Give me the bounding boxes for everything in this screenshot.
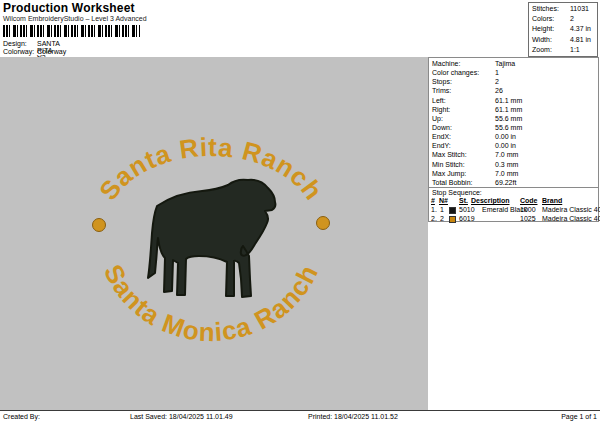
machine-label: Max Jump:: [432, 169, 466, 178]
machine-row: Trims:26: [429, 86, 598, 95]
footer-divider: [0, 410, 600, 411]
stat-colors: Colors: 2: [529, 14, 597, 24]
seq-row1-num: 1.: [431, 206, 437, 213]
machine-value: 0.3 mm: [495, 160, 518, 169]
stop-sequence-title: Stop Sequence:: [432, 189, 482, 196]
machine-label: Min Stitch:: [432, 160, 465, 169]
machine-label: Down:: [432, 123, 452, 132]
stat-value: 4.37 in: [570, 24, 591, 34]
seq-row1-color-swatch: [449, 207, 456, 214]
machine-row: Total Bobbin:69.22ft: [429, 178, 598, 187]
left-thread-dot: [93, 219, 106, 232]
machine-label: Stops:: [432, 77, 452, 86]
seq-row1-needle: 1: [440, 206, 444, 213]
machine-label: Up:: [432, 114, 443, 123]
machine-rows: Machine:Tajima Color changes:1 Stops:2 T…: [429, 59, 598, 187]
stat-zoom: Zoom: 1:1: [529, 45, 597, 55]
seq-row2-num: 2.: [431, 215, 437, 222]
colorway-label: Colorway:: [3, 48, 34, 55]
footer-created-by: Created By:: [3, 413, 40, 420]
stat-stitches: Stitches: 11031: [529, 4, 597, 14]
design-stats-panel: Stitches: 11031 Colors: 2 Height: 4.37 i…: [528, 2, 598, 57]
machine-label: EndX:: [432, 132, 451, 141]
design-canvas: Santa Rita Ranch Santa Monica Ranch: [0, 57, 428, 410]
right-thread-dot: [317, 217, 330, 230]
machine-row: Machine:Tajima: [429, 59, 598, 68]
machine-row: Up:55.6 mm: [429, 114, 598, 123]
machine-value: 55.6 mm: [495, 114, 522, 123]
seq-row2-code: 1025: [520, 215, 536, 222]
seq-row2-color-swatch: [449, 216, 456, 223]
stat-width: Width: 4.81 in: [529, 35, 597, 45]
machine-value: 55.6 mm: [495, 123, 522, 132]
machine-row: EndY:0.00 in: [429, 141, 598, 150]
bull-silhouette: [148, 180, 275, 297]
stop-sequence-divider: [429, 187, 598, 188]
stat-label: Zoom:: [532, 45, 552, 55]
footer-page-number: Page 1 of 1: [561, 413, 597, 420]
stat-value: 2: [570, 14, 574, 24]
machine-row: Right:61.1 mm: [429, 105, 598, 114]
seq-row1-brand: Madeira Classic 40: [542, 206, 600, 213]
machine-label: Left:: [432, 96, 446, 105]
seq-row2-st: 6019: [459, 215, 475, 222]
col-brand: Brand: [542, 197, 562, 204]
machine-label: Color changes:: [432, 68, 479, 77]
machine-value: 0.00 in: [495, 141, 516, 150]
machine-row: Left:61.1 mm: [429, 96, 598, 105]
seq-row1-code: 1000: [520, 206, 536, 213]
machine-label: Machine:: [432, 59, 460, 68]
machine-label: Trims:: [432, 86, 451, 95]
machine-row: Min Stitch:0.3 mm: [429, 160, 598, 169]
machine-value: Tajima: [495, 59, 515, 68]
bottom-arc-text-shape: Santa Monica Ranch: [98, 260, 324, 348]
machine-label: Max Stitch:: [432, 150, 467, 159]
machine-row: Max Stitch:7.0 mm: [429, 150, 598, 159]
col-needle: N#: [439, 197, 448, 204]
machine-value: 69.22ft: [495, 178, 516, 187]
bottom-arc-text: Santa Monica Ranch: [98, 260, 324, 348]
design-barcode: [3, 25, 140, 37]
col-description: Description: [471, 197, 510, 204]
col-code: Code: [520, 197, 538, 204]
stat-label: Height:: [532, 24, 554, 34]
machine-value: 0.00 in: [495, 132, 516, 141]
machine-label: Right:: [432, 105, 450, 114]
machine-row: Stops:2: [429, 77, 598, 86]
design-label: Design:: [3, 40, 27, 47]
embroidery-design: Santa Rita Ranch Santa Monica Ranch: [0, 57, 428, 410]
page-title: Production Worksheet: [3, 1, 135, 15]
machine-row: EndX:0.00 in: [429, 132, 598, 141]
footer-last-saved: Last Saved: 18/04/2025 11.01.49: [130, 413, 233, 420]
machine-value: 61.1 mm: [495, 96, 522, 105]
col-st: St.: [459, 197, 468, 204]
stat-value: 4.81 in: [570, 35, 591, 45]
machine-label: EndY:: [432, 141, 451, 150]
machine-info-panel: Machine:Tajima Color changes:1 Stops:2 T…: [428, 57, 599, 222]
machine-value: 7.0 mm: [495, 169, 518, 178]
seq-row2-needle: 2: [440, 215, 444, 222]
machine-value: 7.0 mm: [495, 150, 518, 159]
stat-value: 1:1: [570, 45, 580, 55]
machine-row: Down:55.6 mm: [429, 123, 598, 132]
machine-value: 1: [495, 68, 499, 77]
stat-height: Height: 4.37 in: [529, 24, 597, 34]
machine-value: 26: [495, 86, 503, 95]
machine-row: Color changes:1: [429, 68, 598, 77]
stat-label: Colors:: [532, 14, 554, 24]
footer-printed: Printed: 18/04/2025 11.01.52: [308, 413, 398, 420]
stat-label: Width:: [532, 35, 552, 45]
col-num: #: [431, 197, 435, 204]
seq-row2-brand: Madeira Classic 40: [542, 215, 600, 222]
machine-value: 2: [495, 77, 499, 86]
stat-label: Stitches:: [532, 4, 559, 14]
app-subtitle: Wilcom EmbroideryStudio – Level 3 Advanc…: [3, 15, 147, 22]
machine-value: 61.1 mm: [495, 105, 522, 114]
machine-label: Total Bobbin:: [432, 178, 472, 187]
seq-row1-st: 5010: [459, 206, 475, 213]
stat-value: 11031: [570, 4, 589, 14]
machine-row: Max Jump:7.0 mm: [429, 169, 598, 178]
